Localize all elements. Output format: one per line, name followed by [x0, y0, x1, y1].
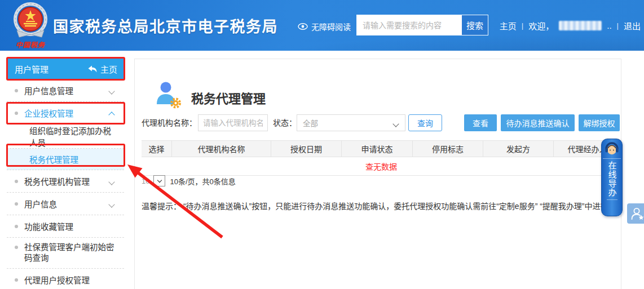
home-link[interactable]: 主页: [500, 20, 517, 32]
status-select[interactable]: 全部: [297, 114, 405, 131]
masked-suffix: ..: [607, 21, 611, 30]
nav-divider: |: [522, 21, 523, 30]
sidebar-item-favorites-mgmt[interactable]: 功能收藏管理: [7, 215, 124, 238]
nav-divider: |: [617, 21, 619, 30]
search-button[interactable]: 搜索: [462, 15, 488, 35]
col-apply-status: 申请状态: [342, 141, 413, 157]
sidebar-title: 用户管理: [15, 63, 48, 75]
unbind-auth-button[interactable]: 解绑授权: [579, 114, 620, 131]
back-arrow-icon: [88, 65, 97, 73]
logout-link[interactable]: 退出: [624, 20, 641, 32]
sidebar-item-tax-agency-mgmt[interactable]: 税务代理管理: [7, 149, 124, 170]
main-content: 税务代理管理 代理机构名称： 状态： 全部 查询 查看 待办消息推送确认 解绑授…: [134, 59, 621, 289]
page-title: 税务代理管理: [191, 88, 266, 106]
sidebar-item-enterprise-auth-mgmt[interactable]: 企业授权管理: [7, 102, 124, 125]
bullet-icon: [15, 180, 18, 183]
table-header-row: 选择 代理机构名称 授权日期 申请状态 停用标志 发起方 代理经办人: [142, 140, 621, 157]
welcome-label: 欢迎，: [528, 20, 554, 32]
status-label: 状态：: [273, 114, 297, 131]
page-size-select[interactable]: [153, 175, 165, 186]
header-nav: 主页 | 欢迎， .. | 退出: [499, 20, 641, 32]
assistant-avatar: [603, 141, 621, 159]
tip-text: 温馨提示： “待办消息推送确认”按钮，只能进行待办消息推送功能确认，委托代理授权…: [142, 200, 614, 211]
chevron-down-icon: [157, 177, 162, 182]
top-header: 中国税务 国家税务总局北京市电子税务局 无障碍阅读 搜索 主页 | 欢迎， ..…: [0, 0, 644, 51]
sidebar-home-link[interactable]: 主页: [88, 63, 117, 75]
chevron-down-icon: [392, 121, 399, 127]
filter-row: 代理机构名称： 状态： 全部 查询 查看 待办消息推送确认 解绑授权: [135, 114, 621, 131]
sidebar-item-tax-agency-org-mgmt[interactable]: 税务代理机构管理: [7, 170, 124, 193]
online-guide-tab[interactable]: 在线导办: [601, 139, 623, 216]
bullet-icon: [15, 112, 18, 115]
agency-name-input[interactable]: [198, 114, 268, 131]
view-button[interactable]: 查看: [464, 114, 497, 131]
col-initiator: 发起方: [483, 141, 554, 157]
pagination: 10 10条/页，共0条信息: [142, 175, 236, 186]
online-guide-label: 在线导办: [607, 161, 617, 200]
sidebar-item-user-info[interactable]: 用户信息: [7, 193, 124, 215]
contact-favorite-widget[interactable]: [627, 203, 644, 224]
sidebar-item-social-insurance-password[interactable]: 社保费管理客户端初始密码查询: [7, 238, 124, 269]
sidebar-item-org-temp-reg-add-staff[interactable]: 组织临时登记添加办税人员: [7, 125, 124, 149]
sidebar-header: 用户管理 主页: [7, 58, 124, 79]
bullet-icon: [15, 202, 18, 206]
search-input[interactable]: [357, 15, 462, 35]
bullet-icon: [15, 89, 18, 92]
col-auth-date: 授权日期: [271, 141, 342, 157]
header-search: 搜索: [356, 15, 488, 35]
bullet-icon: [15, 246, 18, 249]
agency-name-label: 代理机构名称：: [142, 114, 197, 131]
push-confirm-button[interactable]: 待办消息推送确认: [501, 114, 575, 131]
col-disable-flag: 停用标志: [413, 141, 483, 157]
national-emblem-icon: [11, 2, 50, 38]
masked-username: [559, 21, 602, 30]
chevron-up-icon: [108, 112, 114, 118]
pagination-info: 10条/页，共0条信息: [170, 176, 235, 186]
col-select: 选择: [142, 141, 172, 157]
sidebar-item-agency-user-auth-mgmt[interactable]: 代理用户授权管理: [7, 269, 124, 289]
agent-user-icon: [154, 81, 182, 111]
logo-caption: 中国税务: [10, 39, 51, 49]
site-title: 国家税务总局北京市电子税务局: [53, 15, 278, 37]
table-empty-row: 查无数据: [142, 157, 621, 176]
sidebar-item-user-info-mgmt[interactable]: 用户信息管理: [7, 79, 124, 102]
agency-table: 选择 代理机构名称 授权日期 申请状态 停用标志 发起方 代理经办人 查无数据: [142, 140, 621, 176]
sidebar: 用户管理 主页 用户信息管理 企业授权管理 组织临时登记添加办税人员 税务代理管…: [7, 58, 124, 289]
chevron-down-icon: [108, 201, 114, 207]
accessibility-label: 无障碍阅读: [311, 21, 351, 32]
page-size-value: 10: [142, 177, 149, 185]
tax-bureau-logo: 中国税务: [10, 2, 51, 50]
person-star-icon: [630, 206, 644, 221]
accessibility-link[interactable]: 无障碍阅读: [298, 21, 351, 32]
bullet-icon: [15, 278, 18, 282]
query-button[interactable]: 查询: [408, 114, 442, 131]
col-agency-name: 代理机构名称: [172, 141, 271, 157]
bullet-icon: [15, 225, 18, 228]
status-selected-value: 全部: [303, 117, 318, 128]
chevron-down-icon: [108, 88, 114, 94]
chevron-down-icon: [108, 179, 114, 185]
eye-icon: [298, 23, 308, 30]
